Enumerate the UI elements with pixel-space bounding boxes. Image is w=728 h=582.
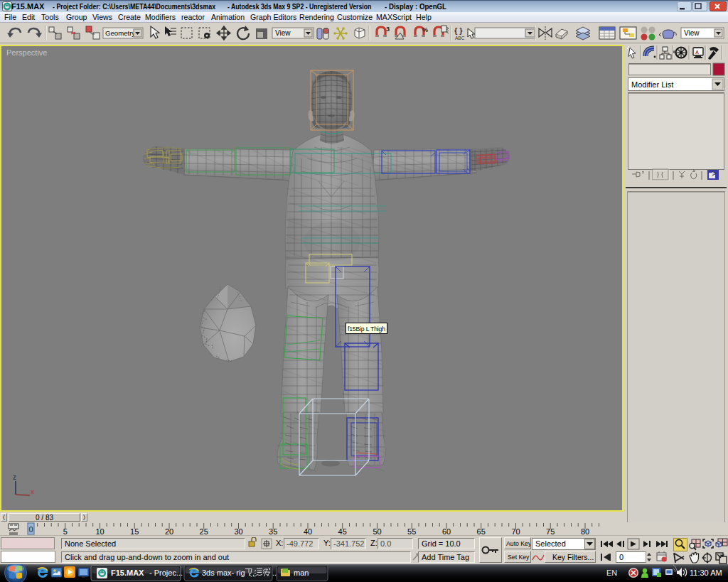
svg-text:3: 3 — [386, 26, 390, 33]
svg-text:z: z — [13, 473, 16, 481]
svg-text:35: 35 — [269, 527, 277, 536]
svg-text:60: 60 — [442, 527, 451, 536]
svg-text:65: 65 — [477, 527, 486, 536]
svg-text:80: 80 — [581, 527, 589, 536]
svg-text:f15Bip L Thigh: f15Bip L Thigh — [348, 325, 385, 333]
svg-text:10: 10 — [95, 527, 104, 536]
svg-text:75: 75 — [546, 527, 555, 536]
svg-text:3ds max- rig: 3ds max- rig — [202, 568, 245, 577]
svg-text:70: 70 — [511, 527, 520, 536]
svg-text:View: View — [684, 29, 700, 37]
svg-text:%: % — [422, 26, 428, 33]
svg-text:{ }: { } — [454, 26, 463, 35]
svg-text:50: 50 — [373, 527, 381, 536]
svg-text:- Projec...: - Projec... — [149, 568, 183, 577]
svg-text:,: , — [252, 568, 255, 577]
svg-text:20: 20 — [165, 527, 173, 536]
svg-text:A: A — [695, 50, 699, 55]
svg-text:ABC: ABC — [455, 36, 465, 41]
svg-text:30: 30 — [234, 527, 242, 536]
svg-text:F15.MAX: F15.MAX — [111, 568, 144, 577]
svg-text:EN: EN — [606, 568, 617, 577]
svg-text:x: x — [31, 488, 34, 495]
svg-text:40: 40 — [304, 527, 312, 536]
svg-text:11:30 AM: 11:30 AM — [690, 568, 722, 577]
svg-text:55: 55 — [407, 527, 416, 536]
svg-text:Perspective: Perspective — [6, 48, 47, 57]
svg-text:5: 5 — [63, 527, 68, 536]
svg-text:Geometry: Geometry — [105, 29, 135, 37]
svg-text:Modifier List: Modifier List — [631, 80, 673, 89]
svg-text:45: 45 — [338, 527, 347, 536]
svg-text:View: View — [275, 29, 291, 37]
svg-text:25: 25 — [200, 527, 208, 536]
svg-text:man: man — [294, 568, 309, 577]
svg-text:15: 15 — [130, 527, 139, 536]
svg-text:0: 0 — [28, 525, 33, 534]
